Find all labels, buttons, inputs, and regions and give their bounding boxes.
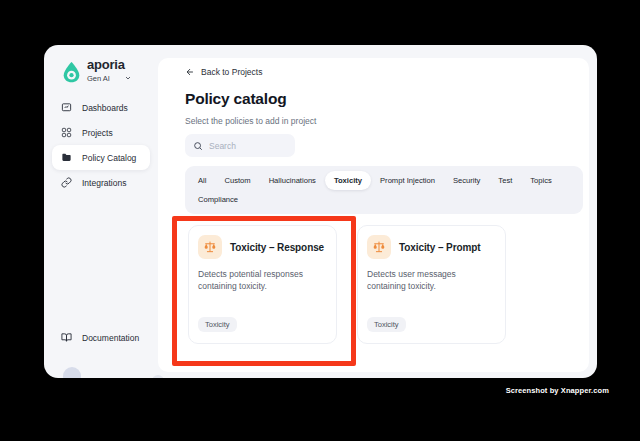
scales-icon — [367, 235, 391, 259]
sidebar-nav: Dashboards Projects Policy Catalog — [44, 95, 158, 195]
tab-compliance[interactable]: Compliance — [189, 190, 247, 209]
folder-icon — [61, 152, 72, 163]
tab-toxicity[interactable]: Toxicity — [325, 171, 371, 190]
page-subtitle: Select the policies to add in project — [185, 116, 316, 126]
policy-card-description: Detects potential responses containing t… — [189, 268, 336, 293]
sidebar-item-label: Projects — [82, 128, 113, 138]
sidebar-item-integrations[interactable]: Integrations — [52, 170, 150, 195]
sidebar-item-documentation[interactable]: Documentation — [61, 332, 139, 343]
policy-tag-badge: Toxicity — [367, 317, 406, 332]
tab-prompt-injection[interactable]: Prompt Injection — [371, 171, 444, 190]
brand-name: aporia — [87, 58, 132, 72]
policy-card-title: Toxicity – Response — [230, 242, 324, 253]
sidebar: aporia Gen AI Dashboards — [44, 45, 158, 378]
screenshot-canvas: aporia Gen AI Dashboards — [0, 0, 640, 441]
aporia-logo-icon — [63, 61, 80, 83]
tab-hallucinations[interactable]: Hallucinations — [260, 171, 325, 190]
sidebar-item-label: Dashboards — [82, 103, 128, 113]
tab-topics[interactable]: Topics — [521, 171, 561, 190]
tab-custom[interactable]: Custom — [215, 171, 259, 190]
policy-card-toxicity-response[interactable]: Toxicity – Response Detects potential re… — [188, 225, 337, 344]
sidebar-item-label: Integrations — [82, 178, 126, 188]
sidebar-item-label: Documentation — [82, 333, 139, 343]
grid-icon — [61, 127, 72, 138]
policy-tag-badge: Toxicity — [198, 317, 237, 332]
decorative-circle — [152, 375, 164, 378]
book-icon — [61, 332, 72, 343]
workspace-label: Gen AI — [87, 74, 110, 83]
tab-security[interactable]: Security — [444, 171, 489, 190]
filter-tabs: All Custom Hallucinations Toxicity Promp… — [185, 166, 583, 214]
avatar[interactable] — [63, 367, 81, 378]
search-icon — [193, 141, 203, 151]
watermark-text: Screenshot by Xnapper.com — [506, 386, 609, 395]
main-panel: Back to Projects Policy catalog Select t… — [158, 58, 589, 372]
arrow-left-icon — [185, 67, 195, 77]
sidebar-item-projects[interactable]: Projects — [52, 120, 150, 145]
workspace-selector[interactable]: Gen AI — [87, 74, 132, 83]
tab-test[interactable]: Test — [489, 171, 521, 190]
sidebar-item-label: Policy Catalog — [82, 153, 136, 163]
chevron-down-icon — [124, 74, 132, 82]
page-title: Policy catalog — [185, 90, 286, 108]
search-box[interactable] — [185, 134, 295, 157]
policy-card-title: Toxicity – Prompt — [399, 242, 480, 253]
sidebar-item-policy-catalog[interactable]: Policy Catalog — [52, 145, 150, 170]
app-window: aporia Gen AI Dashboards — [44, 45, 597, 378]
logo-block: aporia Gen AI — [63, 58, 132, 83]
search-input[interactable] — [209, 141, 287, 151]
link-icon — [61, 177, 72, 188]
policy-card-toxicity-prompt[interactable]: Toxicity – Prompt Detects user messages … — [357, 225, 506, 344]
tab-all[interactable]: All — [189, 171, 215, 190]
dashboard-icon — [61, 102, 72, 113]
back-to-projects-link[interactable]: Back to Projects — [185, 67, 262, 77]
policy-card-description: Detects user messages containing toxicit… — [358, 268, 505, 293]
sidebar-item-dashboards[interactable]: Dashboards — [52, 95, 150, 120]
back-link-label: Back to Projects — [201, 67, 262, 77]
scales-icon — [198, 235, 222, 259]
policy-cards: Toxicity – Response Detects potential re… — [188, 225, 506, 344]
